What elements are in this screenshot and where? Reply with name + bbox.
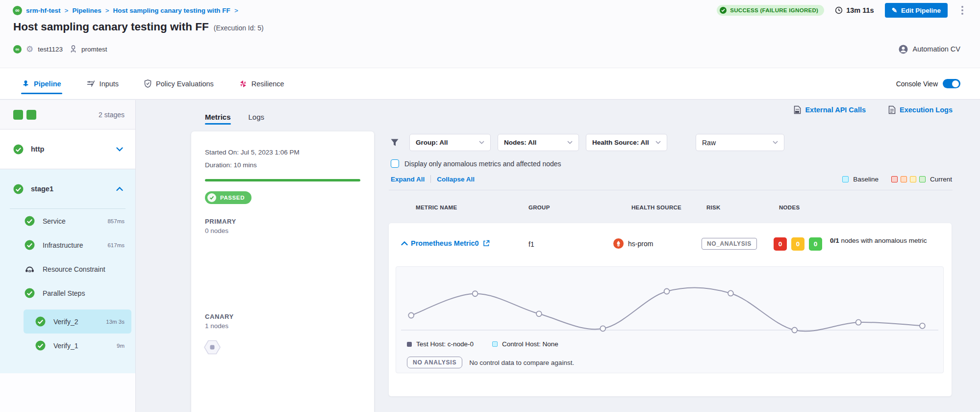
delegate-name[interactable]: promtest (81, 46, 107, 53)
canary-node-count: 1 nodes (205, 322, 234, 330)
group-filter-dropdown[interactable]: Group: All (409, 134, 491, 151)
node-count-box: 0 (809, 237, 822, 251)
column-nodes: NODES (779, 205, 800, 210)
current-orange-swatch (901, 176, 907, 182)
metric-name-link[interactable]: Prometheus Metric0 (411, 239, 490, 247)
chevron-up-icon[interactable] (116, 187, 123, 191)
chevron-down-icon (479, 141, 484, 144)
elapsed-time: 13m 11s (835, 6, 874, 14)
chevron-up-icon[interactable] (401, 241, 408, 246)
execution-logs-label: Execution Logs (900, 106, 953, 114)
step-infrastructure[interactable]: Infrastructure 617ms (0, 233, 135, 257)
nodes-filter-dropdown[interactable]: Nodes: All (498, 134, 579, 151)
tab-resilience[interactable]: Resilience (239, 68, 284, 99)
resilience-icon (239, 80, 247, 88)
more-options-icon[interactable] (958, 4, 966, 17)
metric-group-cell: f1 (528, 240, 534, 248)
user-avatar-icon (899, 45, 908, 54)
delegate-icon (70, 45, 77, 53)
tab-pipeline-label: Pipeline (34, 80, 61, 88)
console-view-control: Console View (896, 79, 960, 88)
filters-row: Group: All Nodes: All Health Source: All… (390, 134, 784, 151)
success-check-icon (25, 288, 35, 298)
anomalous-filter-checkbox[interactable] (391, 159, 399, 168)
breadcrumb-separator: > (105, 7, 109, 14)
tab-inputs[interactable]: Inputs (87, 68, 119, 99)
tab-policy-evaluations[interactable]: Policy Evaluations (144, 68, 214, 99)
no-analysis-badge: NO ANALYSIS (407, 357, 462, 368)
metric-row-card: Prometheus Metric0 f1 hs-prom NO_ANALYSI… (389, 223, 952, 396)
tab-pipeline[interactable]: Pipeline (22, 68, 61, 99)
execution-tabbar: Pipeline Inputs Policy Evaluations Resil… (0, 68, 980, 100)
chevron-down-icon[interactable] (116, 147, 123, 152)
collapse-all-link[interactable]: Collapse All (437, 176, 475, 183)
metric-chart-svg[interactable] (401, 271, 938, 344)
breadcrumb-pipeline-name[interactable]: Host sampling canary testing with FF (113, 7, 230, 14)
success-check-icon (35, 340, 46, 351)
resource-constraint-icon (25, 264, 35, 274)
step-service[interactable]: Service 857ms (0, 209, 135, 233)
filter-funnel-icon[interactable] (390, 138, 399, 147)
view-mode-dropdown[interactable]: Raw (696, 134, 784, 151)
prometheus-icon (613, 238, 624, 249)
started-on: Started On: Jul 5, 2023 1:06 PM (205, 146, 360, 159)
tab-resilience-label: Resilience (251, 80, 284, 88)
step-duration: 857ms (107, 218, 125, 224)
expand-all-link[interactable]: Expand All (391, 176, 425, 183)
divider (430, 175, 431, 183)
tab-metrics[interactable]: Metrics (205, 103, 231, 130)
step-resource-constraint[interactable]: Resource Constraint (0, 257, 135, 281)
sidebar-stage-stage1[interactable]: stage1 (0, 169, 135, 208)
success-check-icon (720, 7, 727, 14)
baseline-swatch (842, 176, 849, 182)
execution-logs-link[interactable]: Execution Logs (888, 105, 953, 114)
metrics-main-area: External API Calls Execution Logs Group:… (374, 100, 980, 412)
verification-summary-panel: Metrics Logs Started On: Jul 5, 2023 1:0… (191, 100, 374, 412)
nodes-summary: 0/1 nodes with anomalous metric (830, 236, 958, 246)
step-verify-2[interactable]: Verify_2 13m 3s (24, 309, 131, 334)
metric-name-label: Prometheus Metric0 (411, 239, 479, 247)
current-green-swatch (919, 176, 926, 182)
tab-inputs-label: Inputs (100, 80, 119, 88)
breadcrumb-pipelines[interactable]: Pipelines (72, 7, 101, 14)
body: 2 stages http stage1 Service 857ms (0, 100, 980, 412)
health-source-filter-dropdown[interactable]: Health Source: All (586, 134, 667, 151)
breadcrumb-row: ∞ srm-hf-test > Pipelines > Host samplin… (13, 3, 966, 17)
step-label: Parallel Steps (43, 289, 85, 297)
edit-pipeline-button[interactable]: ✎ Edit Pipeline (885, 3, 948, 18)
console-view-toggle[interactable] (943, 79, 960, 88)
external-api-calls-link[interactable]: External API Calls (794, 105, 866, 114)
nodes-filter-value: Nodes: All (504, 139, 536, 146)
column-risk: RISK (706, 205, 721, 210)
success-check-icon (13, 184, 24, 194)
test-host-label: Test Host: c-node-0 (416, 340, 474, 348)
passed-badge: PASSED (205, 191, 251, 204)
meta-row: ∞ ⚙ test1123 promtest Automation CV (13, 43, 960, 55)
sidebar-stage1-group: stage1 Service 857ms Infrastructure 617m… (0, 169, 135, 373)
breadcrumb-project[interactable]: srm-hf-test (26, 7, 61, 14)
current-yellow-swatch (910, 176, 916, 182)
canary-node-hexagon[interactable] (203, 339, 221, 357)
primary-label: PRIMARY (205, 218, 360, 225)
test-host-legend: Test Host: c-node-0 (407, 340, 474, 348)
step-label: Infrastructure (43, 241, 83, 249)
column-health-source: HEALTH SOURCE (631, 205, 681, 210)
breadcrumb: ∞ srm-hf-test > Pipelines > Host samplin… (13, 6, 238, 15)
triggered-by: Automation CV (899, 45, 960, 54)
tab-logs[interactable]: Logs (249, 103, 265, 130)
title-row: Host sampling canary testing with FF (Ex… (13, 21, 264, 33)
stage-count: 2 stages (99, 111, 125, 119)
breadcrumb-separator: > (234, 7, 238, 14)
check-icon (207, 193, 216, 202)
service-name[interactable]: test1123 (38, 46, 63, 53)
edit-pipeline-label: Edit Pipeline (901, 7, 941, 14)
step-parallel-steps[interactable]: Parallel Steps (0, 281, 135, 305)
sidebar-stage-http[interactable]: http (0, 129, 135, 169)
inputs-icon (87, 80, 95, 87)
analysis-status-row: NO ANALYSIS No control data to compare a… (407, 357, 574, 368)
step-verify-1[interactable]: Verify_1 9m (24, 334, 131, 358)
page-header: ∞ srm-hf-test > Pipelines > Host samplin… (0, 0, 980, 68)
divider (389, 190, 953, 190)
stage-label: http (31, 145, 44, 153)
node-count-box: 0 (791, 237, 804, 251)
